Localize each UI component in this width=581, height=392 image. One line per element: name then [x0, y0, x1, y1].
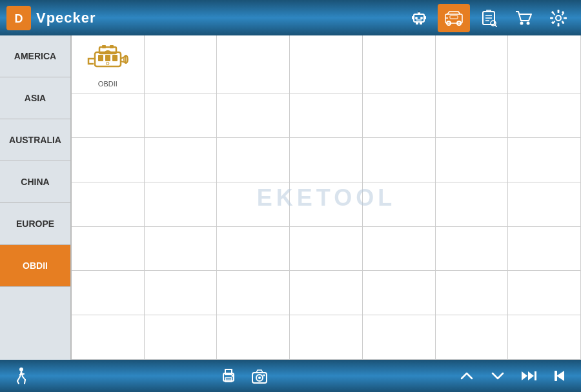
sidebar-item-america[interactable]: AMERICA	[0, 35, 70, 77]
grid-cell-r0c6[interactable]	[508, 35, 581, 93]
grid-cell-r5c0[interactable]	[72, 271, 145, 315]
svg-point-24	[527, 21, 530, 24]
grid-cell-r0c4[interactable]	[363, 35, 436, 93]
grid-cell-r6c3[interactable]	[290, 315, 363, 360]
grid-cell-r2c3[interactable]	[290, 138, 363, 182]
svg-point-23	[520, 21, 524, 24]
grid-cell-r6c6[interactable]	[508, 315, 581, 360]
walk-icon-btn[interactable]	[6, 363, 36, 389]
grid-cell-r5c1[interactable]	[145, 271, 218, 315]
grid-cell-r3c4[interactable]	[363, 182, 436, 227]
grid-cell-r1c4[interactable]	[363, 93, 436, 138]
grid-cell-r0c1[interactable]	[145, 35, 218, 93]
svg-point-6	[418, 10, 420, 12]
settings-icon-btn[interactable]	[542, 4, 575, 32]
svg-rect-38	[98, 55, 103, 61]
sidebar-item-obdii[interactable]: OBDII	[0, 245, 70, 287]
svg-point-25	[556, 15, 561, 21]
grid-cell-r3c1[interactable]	[145, 182, 218, 227]
sidebar-item-asia[interactable]: ASIA	[0, 77, 70, 119]
grid-cell-r0c2[interactable]	[217, 35, 290, 93]
chevron-down-icon-btn[interactable]	[483, 363, 513, 389]
grid-cell-r4c4[interactable]	[363, 227, 436, 271]
camera-icon-btn[interactable]	[245, 363, 274, 389]
back-icon-btn[interactable]	[545, 363, 575, 389]
robot-icon-btn[interactable]	[403, 4, 435, 32]
sidebar-item-australia[interactable]: AUSTRALIA	[0, 119, 70, 161]
svg-rect-29	[564, 17, 567, 19]
grid-cell-r4c2[interactable]	[217, 227, 290, 271]
print-icon-btn[interactable]	[214, 363, 243, 389]
svg-point-4	[420, 17, 423, 19]
svg-rect-10	[420, 22, 422, 24]
grid-cell-r0c3[interactable]	[290, 35, 363, 93]
grid-cell-r6c1[interactable]	[145, 315, 218, 360]
grid-cell-r3c5[interactable]	[436, 182, 509, 227]
grid-cell-r4c0[interactable]	[72, 227, 145, 271]
car-scan-icon-btn[interactable]	[438, 4, 470, 32]
svg-marker-56	[528, 371, 534, 380]
footer-center	[214, 363, 274, 389]
grid-cell-r2c0[interactable]	[72, 138, 145, 182]
grid-cell-r6c2[interactable]	[217, 315, 290, 360]
grid-cell-r1c6[interactable]	[508, 93, 581, 138]
obdii-icon-container: D OBDII	[80, 35, 136, 93]
grid-cell-r6c5[interactable]	[436, 315, 509, 360]
grid-cell-r1c5[interactable]	[436, 93, 509, 138]
grid-cell-r4c6[interactable]	[508, 227, 581, 271]
svg-text:D: D	[15, 12, 23, 25]
svg-rect-40	[112, 55, 117, 61]
grid-cell-r2c5[interactable]	[436, 138, 509, 182]
grid-cell-r2c4[interactable]	[363, 138, 436, 182]
grid-cell-r5c2[interactable]	[217, 271, 290, 315]
svg-point-50	[232, 375, 234, 377]
svg-rect-28	[550, 17, 553, 19]
svg-rect-15	[450, 15, 458, 19]
svg-point-54	[263, 375, 265, 377]
grid-cell-r3c3[interactable]	[290, 182, 363, 227]
logo-text: Vpecker	[36, 10, 96, 26]
svg-point-3	[415, 17, 418, 19]
grid-cell-r5c3[interactable]	[290, 271, 363, 315]
grid-cell-r1c0[interactable]	[72, 93, 145, 138]
document-icon-btn[interactable]	[473, 4, 505, 32]
fast-forward-icon-btn[interactable]	[514, 363, 544, 389]
svg-rect-8	[424, 16, 426, 19]
svg-rect-9	[416, 22, 418, 24]
grid-cell-r5c5[interactable]	[436, 271, 509, 315]
obdii-cell-label: OBDII	[98, 80, 117, 88]
grid-cell-r3c0[interactable]	[72, 182, 145, 227]
header-icons	[403, 4, 575, 32]
grid-cell-r2c6[interactable]	[508, 138, 581, 182]
grid-cell-r1c3[interactable]	[290, 93, 363, 138]
logo-area: D Vpecker	[6, 6, 96, 30]
svg-point-53	[258, 377, 261, 379]
sidebar-item-china[interactable]: CHINA	[0, 161, 70, 203]
grid-cell-r2c1[interactable]	[145, 138, 218, 182]
sidebar-item-europe[interactable]: EUROPE	[0, 203, 70, 245]
header: D Vpecker	[0, 0, 581, 35]
grid-cell-r2c2[interactable]	[217, 138, 290, 182]
grid-cell-r3c6[interactable]	[508, 182, 581, 227]
grid-cell-r6c4[interactable]	[363, 315, 436, 360]
grid-cell-r4c1[interactable]	[145, 227, 218, 271]
grid-cell-obdii[interactable]: D OBDII	[72, 35, 145, 93]
grid-cell-r3c2[interactable]	[217, 182, 290, 227]
grid-cell-r5c4[interactable]	[363, 271, 436, 315]
chevron-up-icon-btn[interactable]	[452, 363, 482, 389]
grid-cell-r0c5[interactable]	[436, 35, 509, 93]
grid-cell-r1c2[interactable]	[217, 93, 290, 138]
cart-icon-btn[interactable]	[507, 4, 540, 32]
sidebar: AMERICA ASIA AUSTRALIA CHINA EUROPE OBDI…	[0, 35, 71, 360]
grid-cell-r4c3[interactable]	[290, 227, 363, 271]
grid-cell-r6c0[interactable]	[72, 315, 145, 360]
footer-right	[452, 363, 575, 389]
svg-point-41	[105, 50, 111, 54]
svg-line-22	[495, 25, 497, 27]
grid-cell-r5c6[interactable]	[508, 271, 581, 315]
obdii-engine-icon: D	[85, 41, 130, 76]
grid-cell-r4c5[interactable]	[436, 227, 509, 271]
svg-text:D: D	[106, 61, 109, 66]
grid-cell-r1c1[interactable]	[145, 93, 218, 138]
svg-rect-7	[412, 16, 414, 19]
